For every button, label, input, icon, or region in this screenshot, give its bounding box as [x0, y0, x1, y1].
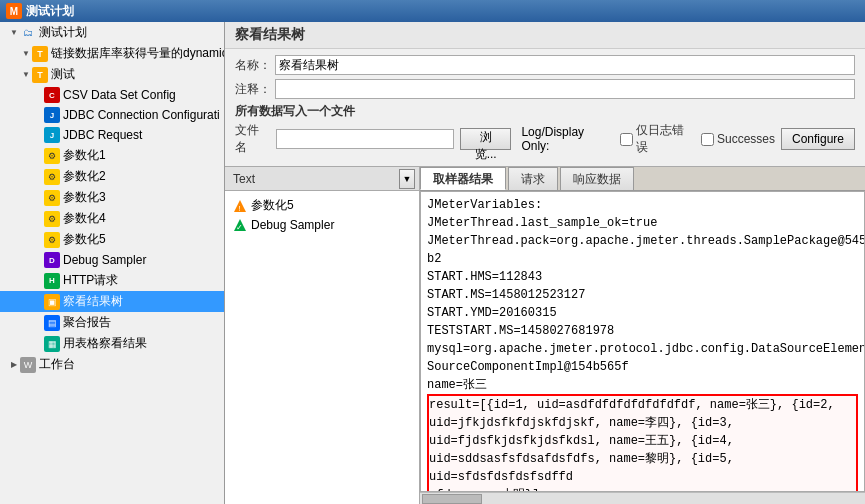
expand-arrow-param3: [32, 192, 44, 204]
sidebar-item-view[interactable]: ▣ 察看结果树: [0, 291, 224, 312]
browse-button[interactable]: 浏览...: [460, 128, 512, 150]
app-icon: M: [6, 3, 22, 19]
sidebar-item-csv[interactable]: C CSV Data Set Config: [0, 85, 224, 105]
sidebar-label-plan: 测试计划: [39, 24, 87, 41]
successes-checkbox[interactable]: [701, 133, 714, 146]
content-highlight-block: result=[{id=1, uid=asdfdfdfdfdfdfdfdf, n…: [427, 394, 858, 492]
name-input[interactable]: [275, 55, 855, 75]
param3-icon: ⚙: [44, 190, 60, 206]
sidebar-item-table[interactable]: ▦ 用表格察看结果: [0, 333, 224, 354]
name-label: 名称：: [235, 57, 275, 74]
name-row: 名称：: [235, 55, 855, 75]
sidebar-item-param4[interactable]: ⚙ 参数化4: [0, 208, 224, 229]
thread-icon-test: T: [32, 67, 48, 83]
sidebar-label-jdbc-req: JDBC Request: [63, 128, 142, 142]
result-tree-list: ! 参数化5 ✓ Debug Sampler: [225, 191, 419, 238]
configure-button[interactable]: Configure: [781, 128, 855, 150]
file-input[interactable]: [276, 129, 453, 149]
content-area[interactable]: JMeterVariables: JMeterThread.last_sampl…: [420, 191, 865, 492]
sidebar-item-param3[interactable]: ⚙ 参数化3: [0, 187, 224, 208]
tab-sampler-results[interactable]: 取样器结果: [420, 167, 506, 190]
workbench-icon: W: [20, 357, 36, 373]
expand-arrow-test: ▼: [20, 69, 32, 81]
sidebar-item-param2[interactable]: ⚙ 参数化2: [0, 166, 224, 187]
sidebar-item-jdbc-config[interactable]: J JDBC Connection Configurati: [0, 105, 224, 125]
sidebar-label-workbench: 工作台: [39, 356, 75, 373]
panel-title-text: 察看结果树: [235, 26, 305, 42]
param5-icon: ⚙: [44, 232, 60, 248]
sidebar: ▼ 🗂 测试计划 ▼ T 链接数据库率获得号量的dynamic ▼ T 测试 C…: [0, 22, 225, 504]
log-display-label: Log/Display Only:: [521, 125, 614, 153]
expand-arrow-http: [32, 275, 44, 287]
sidebar-label-param1: 参数化1: [63, 147, 106, 164]
sidebar-item-jdbc-req[interactable]: J JDBC Request: [0, 125, 224, 145]
sidebar-label-view: 察看结果树: [63, 293, 123, 310]
list-item[interactable]: ✓ Debug Sampler: [229, 216, 415, 234]
content-line-1: JMeterVariables:: [427, 198, 542, 212]
title-bar: M 测试计划: [0, 0, 865, 22]
ok-triangle-icon: ✓: [233, 218, 247, 232]
sidebar-item-param1[interactable]: ⚙ 参数化1: [0, 145, 224, 166]
svg-text:✓: ✓: [236, 223, 243, 232]
sidebar-label-param4: 参数化4: [63, 210, 106, 227]
sidebar-item-param5[interactable]: ⚙ 参数化5: [0, 229, 224, 250]
expand-arrow-agg: [32, 317, 44, 329]
horizontal-scrollbar[interactable]: [420, 492, 865, 504]
sidebar-item-plan[interactable]: ▼ 🗂 测试计划: [0, 22, 224, 43]
sidebar-label-csv: CSV Data Set Config: [63, 88, 176, 102]
comment-input[interactable]: [275, 79, 855, 99]
all-data-label: 所有数据写入一个文件: [235, 103, 855, 120]
sidebar-label-table: 用表格察看结果: [63, 335, 147, 352]
errors-checkbox-label[interactable]: 仅日志错误: [620, 122, 695, 156]
list-item[interactable]: ! 参数化5: [229, 195, 415, 216]
expand-arrow-jdbc-config: [32, 109, 44, 121]
svg-text:!: !: [238, 204, 240, 213]
tab-sampler-label: 取样器结果: [433, 172, 493, 186]
sidebar-label-http: HTTP请求: [63, 272, 118, 289]
file-row: 文件名 浏览... Log/Display Only: 仅日志错误 Succes…: [235, 122, 855, 156]
successes-label: Successes: [717, 132, 775, 146]
sidebar-label-jdbc-config: JDBC Connection Configurati: [63, 108, 220, 122]
sidebar-item-http[interactable]: H HTTP请求: [0, 270, 224, 291]
errors-checkbox[interactable]: [620, 133, 633, 146]
sidebar-label-debug: Debug Sampler: [63, 253, 146, 267]
agg-icon: ▤: [44, 315, 60, 331]
expand-arrow-workbench: ▶: [8, 359, 20, 371]
content-line-11: name=张三: [427, 378, 487, 392]
sidebar-item-link[interactable]: ▼ T 链接数据库率获得号量的dynamic: [0, 43, 224, 64]
content-line-2: JMeterThread.last_sample_ok=true: [427, 216, 657, 230]
content-line-6: START.MS=1458012523127: [427, 288, 585, 302]
sidebar-label-param2: 参数化2: [63, 168, 106, 185]
sidebar-item-agg[interactable]: ▤ 聚合报告: [0, 312, 224, 333]
tabs-row: 取样器结果 请求 响应数据: [420, 167, 865, 191]
main-container: ▼ 🗂 测试计划 ▼ T 链接数据库率获得号量的dynamic ▼ T 测试 C…: [0, 22, 865, 504]
scrollbar-thumb[interactable]: [422, 494, 482, 504]
comment-row: 注释：: [235, 79, 855, 99]
expand-arrow-csv: [32, 89, 44, 101]
view-icon: ▣: [44, 294, 60, 310]
tab-response-label: 响应数据: [573, 172, 621, 186]
sidebar-item-workbench[interactable]: ▶ W 工作台: [0, 354, 224, 375]
jdbc-req-icon: J: [44, 127, 60, 143]
content-line-10: SourceComponentImpl@154b565f: [427, 360, 629, 374]
expand-arrow-param4: [32, 213, 44, 225]
tab-response[interactable]: 响应数据: [560, 167, 634, 190]
text-dropdown-button[interactable]: ▼: [399, 169, 415, 189]
tab-request[interactable]: 请求: [508, 167, 558, 190]
text-dropdown-label: Text: [229, 172, 399, 186]
expand-arrow-view: [32, 296, 44, 308]
expand-arrow-param5: [32, 234, 44, 246]
jdbc-config-icon: J: [44, 107, 60, 123]
sidebar-label-agg: 聚合报告: [63, 314, 111, 331]
content-line-7: START.YMD=20160315: [427, 306, 557, 320]
plan-icon: 🗂: [20, 25, 36, 41]
expand-arrow-jdbc-req: [32, 129, 44, 141]
successes-checkbox-label[interactable]: Successes: [701, 132, 775, 146]
table-icon: ▦: [44, 336, 60, 352]
expand-arrow-table: [32, 338, 44, 350]
expand-arrow-param2: [32, 171, 44, 183]
expand-arrow-plan: ▼: [8, 27, 20, 39]
sidebar-item-debug[interactable]: D Debug Sampler: [0, 250, 224, 270]
content-line-4: b2: [427, 252, 441, 266]
sidebar-item-test[interactable]: ▼ T 测试: [0, 64, 224, 85]
